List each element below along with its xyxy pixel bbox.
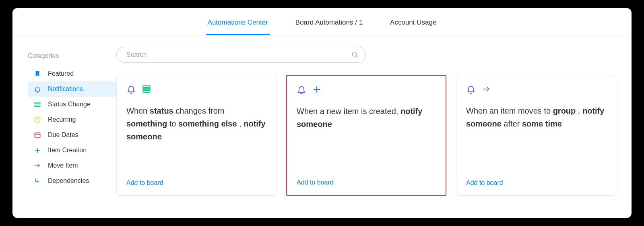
top-tabs: Automations Center Board Automations / 1… (12, 8, 632, 35)
category-recurring[interactable]: Recurring (28, 112, 116, 127)
svg-rect-7 (143, 91, 150, 92)
categories-list: Featured Notifications Status Change (28, 66, 116, 189)
svg-rect-5 (143, 86, 150, 87)
category-label: Item Creation (48, 147, 87, 154)
bell-icon (466, 84, 476, 94)
category-dependencies[interactable]: Dependencies (28, 173, 116, 189)
bell-icon (297, 85, 306, 94)
automation-card-item-created[interactable]: When a new item is created, notify someo… (286, 75, 446, 196)
tab-account-usage[interactable]: Account Usage (388, 15, 438, 35)
search-input[interactable] (116, 47, 366, 63)
category-due-dates[interactable]: Due Dates (28, 127, 116, 143)
bell-icon (33, 85, 41, 93)
card-icons (126, 84, 266, 94)
category-status-change[interactable]: Status Change (28, 97, 116, 112)
clock-icon (33, 116, 41, 124)
card-icons (297, 85, 436, 94)
arrow-right-icon (481, 84, 491, 94)
plus-icon (33, 146, 41, 154)
status-icon (33, 100, 41, 108)
plus-icon (312, 85, 322, 94)
svg-rect-3 (35, 133, 40, 138)
card-description: When a new item is created, notify someo… (297, 105, 436, 179)
svg-point-4 (352, 52, 357, 56)
svg-rect-1 (35, 105, 40, 107)
calendar-icon (33, 131, 41, 139)
arrow-right-icon (33, 162, 41, 170)
category-notifications[interactable]: Notifications (28, 81, 116, 97)
search-icon (351, 51, 359, 58)
add-to-board-button[interactable]: Add to board (126, 179, 266, 187)
add-to-board-button[interactable]: Add to board (466, 179, 606, 187)
category-label: Notifications (48, 85, 83, 93)
card-icons (466, 84, 606, 94)
card-description: When an item moves to group , notify som… (466, 104, 606, 179)
content-area: Categories Featured Notifications (12, 35, 632, 218)
tab-automations-center[interactable]: Automations Center (206, 15, 270, 35)
automations-window: Automations Center Board Automations / 1… (12, 8, 632, 218)
category-label: Recurring (48, 116, 76, 123)
category-label: Featured (48, 70, 74, 77)
automation-cards: When status changes from something to so… (116, 75, 616, 196)
category-label: Dependencies (48, 177, 89, 185)
automation-card-move-group[interactable]: When an item moves to group , notify som… (456, 75, 616, 196)
status-icon (142, 84, 151, 94)
bell-icon (126, 84, 136, 94)
svg-rect-6 (143, 88, 150, 90)
category-move-item[interactable]: Move Item (28, 158, 116, 173)
category-label: Move Item (48, 162, 78, 169)
card-description: When status changes from something to so… (126, 104, 266, 179)
categories-sidebar: Categories Featured Notifications (12, 35, 116, 218)
dependency-icon (33, 177, 41, 185)
automation-card-status-change[interactable]: When status changes from something to so… (116, 75, 277, 196)
main-panel: When status changes from something to so… (116, 35, 632, 218)
bookmark-icon (33, 70, 41, 78)
search-wrap (116, 47, 366, 63)
category-item-creation[interactable]: Item Creation (28, 143, 116, 158)
add-to-board-button[interactable]: Add to board (297, 179, 436, 186)
category-label: Status Change (48, 101, 91, 108)
category-label: Due Dates (48, 131, 78, 139)
svg-rect-0 (35, 102, 40, 104)
sidebar-title: Categories (28, 52, 116, 60)
tab-board-automations[interactable]: Board Automations / 1 (294, 15, 364, 35)
category-featured[interactable]: Featured (28, 66, 116, 81)
